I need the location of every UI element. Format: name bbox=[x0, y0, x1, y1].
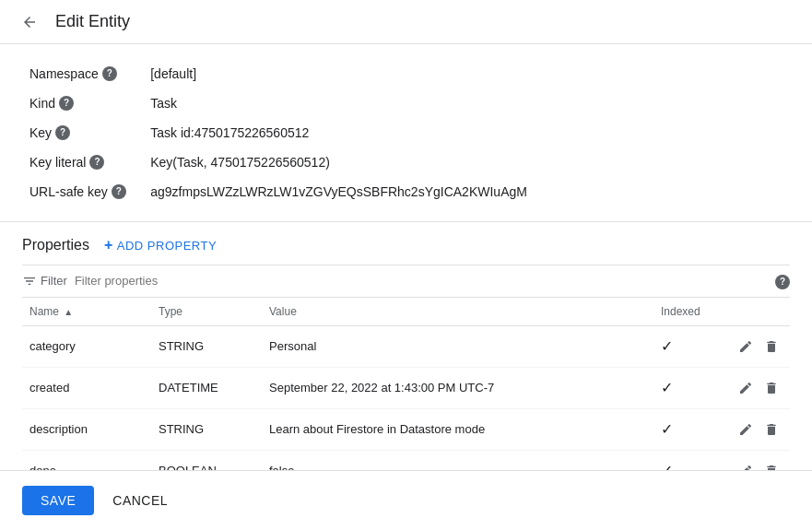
namespace-help-icon[interactable]: ? bbox=[102, 66, 117, 81]
properties-title: Properties bbox=[22, 237, 89, 253]
table-row: created DATETIME September 22, 2022 at 1… bbox=[22, 367, 790, 408]
properties-header: Properties + ADD PROPERTY bbox=[22, 237, 790, 253]
info-row-key: Key ? Task id:4750175226560512 bbox=[22, 118, 538, 147]
back-button[interactable] bbox=[15, 7, 44, 37]
key-literal-value: Key(Task, 4750175226560512) bbox=[143, 147, 538, 177]
edit-property-button[interactable] bbox=[735, 377, 757, 399]
key-label: Key bbox=[29, 122, 52, 144]
indexed-checkmark: ✓ bbox=[661, 421, 673, 437]
filter-icon-wrap: Filter bbox=[22, 274, 67, 289]
entity-info-section: Namespace ? [default] Kind ? Task bbox=[0, 44, 812, 222]
delete-property-button[interactable] bbox=[760, 336, 783, 358]
add-property-label: ADD PROPERTY bbox=[117, 239, 217, 253]
prop-value: Personal bbox=[262, 325, 653, 367]
info-row-url-safe-key: URL-safe key ? ag9zfmpsLWZzLWRzLW1vZGVyE… bbox=[22, 177, 538, 206]
prop-indexed: ✓ bbox=[653, 367, 727, 408]
prop-name: created bbox=[22, 367, 151, 408]
prop-type: DATETIME bbox=[151, 367, 262, 408]
add-property-button[interactable]: + ADD PROPERTY bbox=[104, 237, 217, 253]
prop-name: description bbox=[22, 408, 151, 450]
filter-input[interactable] bbox=[75, 274, 768, 288]
delete-property-button[interactable] bbox=[760, 377, 783, 399]
prop-value: September 22, 2022 at 1:43:00 PM UTC-7 bbox=[262, 367, 653, 408]
cancel-button[interactable]: CANCEL bbox=[109, 486, 171, 515]
url-safe-key-value: ag9zfmpsLWZzLWRzLW1vZGVyEQsSBFRhc2sYgICA… bbox=[143, 177, 538, 206]
kind-help-icon[interactable]: ? bbox=[59, 96, 74, 111]
prop-type: STRING bbox=[151, 408, 262, 450]
key-literal-help-icon[interactable]: ? bbox=[89, 155, 104, 170]
col-header-actions bbox=[727, 298, 790, 326]
prop-type: STRING bbox=[151, 325, 262, 367]
prop-name: category bbox=[22, 325, 151, 367]
indexed-checkmark: ✓ bbox=[661, 338, 673, 354]
delete-property-button[interactable] bbox=[760, 418, 783, 441]
filter-help-icon[interactable]: ? bbox=[775, 275, 790, 289]
prop-indexed: ✓ bbox=[653, 325, 727, 367]
info-row-namespace: Namespace ? [default] bbox=[22, 59, 538, 88]
filter-bar: Filter ? bbox=[22, 265, 790, 298]
page-title: Edit Entity bbox=[55, 12, 130, 31]
edit-property-button[interactable] bbox=[735, 418, 757, 441]
prop-value: Learn about Firestore in Datastore mode bbox=[262, 408, 653, 450]
prop-indexed: ✓ bbox=[653, 408, 727, 450]
col-header-indexed: Indexed bbox=[653, 298, 727, 326]
key-help-icon[interactable]: ? bbox=[55, 125, 70, 140]
filter-icon bbox=[22, 274, 37, 289]
filter-label: Filter bbox=[41, 274, 67, 288]
col-header-value: Value bbox=[262, 298, 653, 326]
filter-help-area: ? bbox=[775, 273, 790, 289]
info-row-key-literal: Key literal ? Key(Task, 4750175226560512… bbox=[22, 147, 538, 177]
url-safe-key-label: URL-safe key bbox=[29, 181, 108, 203]
col-header-name: Name ▲ bbox=[22, 298, 151, 326]
header: Edit Entity bbox=[0, 0, 812, 44]
name-sort-icon[interactable]: ▲ bbox=[64, 307, 73, 317]
prop-actions bbox=[727, 408, 790, 450]
col-header-type: Type bbox=[151, 298, 262, 326]
prop-actions bbox=[727, 325, 790, 367]
table-row: category STRING Personal ✓ bbox=[22, 325, 790, 367]
kind-label: Kind bbox=[29, 92, 55, 114]
namespace-value: [default] bbox=[143, 59, 538, 88]
prop-actions bbox=[727, 367, 790, 408]
save-button[interactable]: SAVE bbox=[22, 486, 94, 515]
kind-value: Task bbox=[143, 88, 538, 118]
add-icon: + bbox=[104, 237, 113, 253]
table-header-row: Name ▲ Type Value Indexed bbox=[22, 298, 790, 326]
entity-info-table: Namespace ? [default] Kind ? Task bbox=[22, 59, 538, 206]
url-safe-key-help-icon[interactable]: ? bbox=[112, 184, 126, 199]
namespace-label: Namespace bbox=[29, 63, 99, 85]
indexed-checkmark: ✓ bbox=[661, 380, 673, 395]
key-value: Task id:4750175226560512 bbox=[143, 118, 538, 147]
key-literal-label: Key literal bbox=[29, 151, 86, 173]
table-row: description STRING Learn about Firestore… bbox=[22, 408, 790, 450]
info-row-kind: Kind ? Task bbox=[22, 88, 538, 118]
edit-property-button[interactable] bbox=[735, 336, 757, 358]
footer: SAVE CANCEL bbox=[0, 470, 812, 530]
